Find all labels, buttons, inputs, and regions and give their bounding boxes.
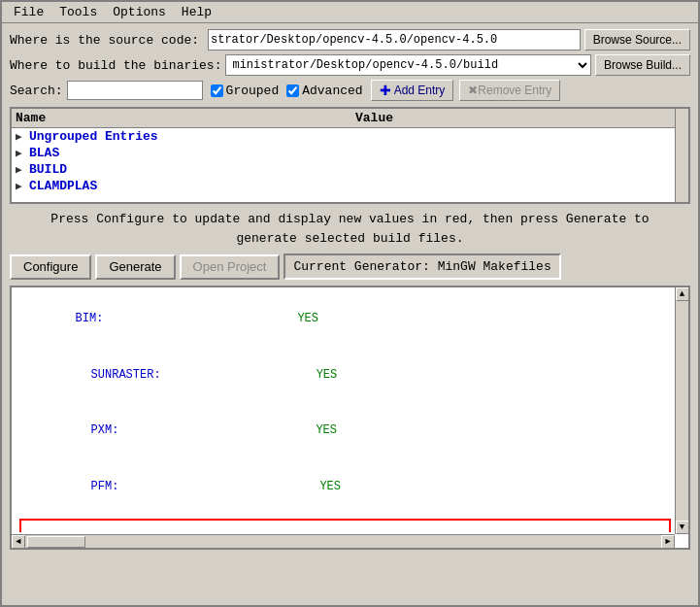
source-row: Where is the source code: Browse Source.…	[10, 29, 690, 51]
hscroll-thumb[interactable]	[27, 536, 85, 548]
table-row[interactable]: ▶ Ungrouped Entries	[12, 128, 688, 145]
browse-source-button[interactable]: Browse Source...	[584, 29, 690, 51]
add-icon: ✚	[380, 83, 391, 98]
table-header: Name Value	[12, 109, 688, 128]
section-header: Video I/O:	[27, 528, 663, 532]
checkbox-group: Grouped Advanced	[211, 84, 371, 98]
menu-tools[interactable]: Tools	[51, 3, 105, 21]
generate-button[interactable]: Generate	[95, 254, 175, 280]
open-project-button[interactable]: Open Project	[180, 254, 281, 280]
menu-help[interactable]: Help	[174, 3, 219, 21]
log-line: BIM:YES	[19, 291, 671, 348]
main-container: Where is the source code: Browse Source.…	[2, 23, 698, 556]
table-row[interactable]: ▶ CLAMDPLAS	[12, 178, 688, 194]
configure-button[interactable]: Configure	[10, 254, 91, 280]
video-io-section: Video I/O: DC1394:NO FFMPEG:NO avcodec:N…	[19, 519, 671, 532]
upper-scrollbar-y[interactable]	[675, 109, 688, 202]
table-row[interactable]: ▶ BLAS	[12, 145, 688, 161]
menu-file[interactable]: File	[6, 3, 51, 21]
scroll-right-arrow[interactable]: ►	[661, 535, 675, 549]
log-line: SUNRASTER:YES	[19, 348, 671, 404]
button-row: Configure Generate Open Project Current …	[10, 253, 690, 280]
search-input[interactable]	[67, 81, 203, 100]
lower-scrollbar-y[interactable]: ▲ ▼	[675, 287, 688, 534]
expander-icon: ▶	[16, 180, 29, 192]
menu-options[interactable]: Options	[105, 3, 174, 21]
grouped-label[interactable]: Grouped	[211, 84, 280, 98]
col-value-header: Value	[355, 111, 684, 125]
add-entry-button[interactable]: ✚ Add Entry	[371, 80, 454, 101]
row-name: BLAS	[29, 146, 355, 160]
log-line: PXM:YES	[19, 403, 671, 459]
build-select[interactable]: ministrator/Desktop/opencv-4.5.0/build	[225, 54, 591, 76]
menubar: File Tools Options Help	[2, 2, 698, 23]
table-row[interactable]: ▶ BUILD	[12, 161, 688, 178]
expander-icon: ▶	[16, 163, 29, 176]
current-generator-label: Current Generator: MinGW Makefiles	[283, 253, 560, 280]
row-name: BUILD	[29, 162, 355, 177]
build-row: Where to build the binaries: ministrator…	[10, 54, 690, 76]
lower-panel: BIM:YES SUNRASTER:YES PXM:YES PFM:YES Vi…	[10, 286, 690, 550]
info-text: Press Configure to update and display ne…	[10, 204, 690, 253]
row-name: Ungrouped Entries	[29, 129, 355, 144]
advanced-label[interactable]: Advanced	[286, 84, 362, 98]
browse-build-button[interactable]: Browse Build...	[595, 54, 690, 76]
build-label: Where to build the binaries:	[10, 58, 221, 73]
expander-icon: ▶	[16, 130, 29, 143]
expander-icon: ▶	[16, 147, 29, 159]
source-label: Where is the source code:	[10, 33, 204, 48]
lower-content[interactable]: BIM:YES SUNRASTER:YES PXM:YES PFM:YES Vi…	[12, 287, 688, 532]
scroll-down-arrow[interactable]: ▼	[676, 521, 689, 534]
table-body: ▶ Ungrouped Entries ▶ BLAS ▶ BUILD ▶ CLA…	[12, 128, 688, 202]
row-name: CLAMDPLAS	[29, 179, 355, 193]
search-label: Search:	[10, 84, 63, 98]
log-line: PFM:YES	[19, 459, 671, 516]
scroll-left-arrow[interactable]: ◄	[12, 535, 25, 549]
col-name-header: Name	[16, 111, 355, 125]
remove-icon: ✖	[468, 84, 478, 97]
advanced-checkbox[interactable]	[286, 84, 299, 97]
search-row: Search: Grouped Advanced ✚ Add Entry ✖ R…	[10, 80, 690, 101]
remove-entry-button[interactable]: ✖ Remove Entry	[459, 80, 560, 101]
scroll-up-arrow[interactable]: ▲	[676, 287, 689, 301]
source-input[interactable]	[208, 29, 581, 51]
upper-table: Name Value ▶ Ungrouped Entries ▶ BLAS ▶ …	[10, 107, 690, 204]
grouped-checkbox[interactable]	[211, 84, 223, 97]
hscroll-bar[interactable]: ◄ ►	[12, 534, 675, 548]
